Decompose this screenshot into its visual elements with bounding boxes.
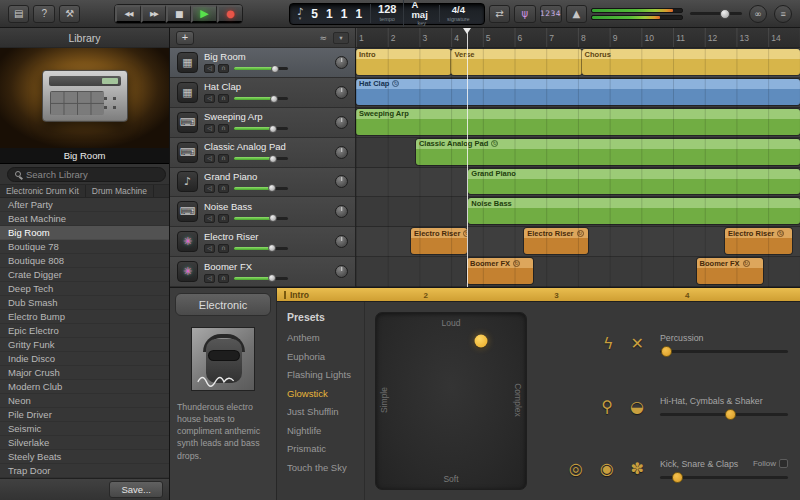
volume-slider[interactable]	[234, 217, 288, 220]
time-signature-display[interactable]: 4/4 signature	[439, 5, 477, 22]
pan-knob[interactable]	[335, 56, 348, 69]
library-item[interactable]: Dub Smash	[0, 296, 169, 310]
solo-button[interactable]: ∩	[218, 124, 229, 133]
region[interactable]: Boomer FX↻	[467, 258, 533, 284]
volume-thumb[interactable]	[269, 214, 277, 222]
volume-slider[interactable]	[234, 277, 288, 280]
preset-item[interactable]: Prismatic	[287, 443, 364, 454]
mute-button[interactable]: ◁	[204, 274, 215, 283]
library-item[interactable]: Boutique 808	[0, 254, 169, 268]
pan-knob[interactable]	[335, 86, 348, 99]
genre-tab[interactable]: Electronic	[175, 293, 271, 316]
breadcrumb-item[interactable]: Drum Machine	[86, 185, 154, 197]
mute-button[interactable]: ◁	[204, 244, 215, 253]
level-slider[interactable]	[660, 413, 788, 416]
solo-button[interactable]: ∩	[218, 94, 229, 103]
follow-checkbox[interactable]	[779, 459, 788, 468]
playhead[interactable]	[467, 28, 468, 287]
preset-item[interactable]: Flashing Lights	[287, 369, 364, 380]
region[interactable]: Boomer FX↻	[697, 258, 763, 284]
playhead-position[interactable]: 5 1 1 1	[311, 7, 362, 21]
solo-button[interactable]: ∩	[218, 184, 229, 193]
media-browser-button[interactable]: ≡	[774, 5, 792, 23]
track-header[interactable]: ▦Big Room◁∩	[170, 48, 355, 78]
cycle-button[interactable]: ⇄	[489, 5, 510, 23]
volume-slider[interactable]	[234, 247, 288, 250]
mute-button[interactable]: ◁	[204, 184, 215, 193]
automation-icon[interactable]: ≈	[319, 33, 327, 43]
track-header[interactable]: ⌨Noise Bass◁∩	[170, 197, 355, 227]
position-beat[interactable]: 1	[326, 7, 333, 21]
preset-item[interactable]: Touch the Sky	[287, 462, 364, 473]
library-item[interactable]: Epic Electro	[0, 324, 169, 338]
pan-knob[interactable]	[335, 116, 348, 129]
preset-item[interactable]: Euphoria	[287, 351, 364, 362]
record-button[interactable]: ●	[217, 5, 242, 23]
mute-button[interactable]: ◁	[204, 94, 215, 103]
preset-item[interactable]: Nightlife	[287, 425, 364, 436]
mute-button[interactable]: ◁	[204, 214, 215, 223]
volume-slider[interactable]	[234, 97, 288, 100]
library-item[interactable]: Silverlake	[0, 436, 169, 450]
breadcrumb-item[interactable]: Electronic Drum Kit	[0, 185, 86, 197]
region[interactable]: Intro	[356, 49, 451, 75]
level-slider[interactable]	[660, 350, 788, 353]
play-button[interactable]: ▶	[191, 5, 216, 23]
tempo-display[interactable]: 128 tempo	[370, 4, 403, 23]
master-volume-thumb[interactable]	[720, 9, 730, 19]
region[interactable]: Noise Bass	[468, 198, 800, 224]
track-header[interactable]: ⌨Classic Analog Pad◁∩	[170, 138, 355, 168]
volume-thumb[interactable]	[268, 244, 276, 252]
library-item[interactable]: Seismic	[0, 422, 169, 436]
library-item[interactable]: Beat Machine	[0, 212, 169, 226]
mute-button[interactable]: ◁	[204, 64, 215, 73]
stop-button[interactable]: ■	[166, 5, 191, 23]
key-display[interactable]: A maj key	[403, 0, 439, 27]
tools-button[interactable]: ⚒	[59, 5, 80, 23]
library-toggle-button[interactable]: ▤	[8, 5, 29, 23]
editor-ruler[interactable]: Intro 234	[277, 288, 800, 302]
region[interactable]: Electro Riser↻	[524, 228, 588, 254]
preset-item[interactable]: Glowstick	[287, 388, 364, 399]
position-div[interactable]: 1	[341, 7, 348, 21]
library-item[interactable]: Indie Disco	[0, 352, 169, 366]
track-header[interactable]: ✳Electro Riser◁∩	[170, 227, 355, 257]
library-item[interactable]: Trap Door	[0, 464, 169, 478]
rewind-button[interactable]: ◀◀	[115, 5, 140, 23]
library-item[interactable]: Steely Beats	[0, 450, 169, 464]
position-bar[interactable]: 5	[311, 7, 318, 21]
volume-thumb[interactable]	[269, 155, 277, 163]
solo-button[interactable]: ∩	[218, 64, 229, 73]
pan-knob[interactable]	[335, 205, 348, 218]
library-item[interactable]: Major Crush	[0, 366, 169, 380]
forward-button[interactable]: ▶▶	[141, 5, 166, 23]
library-item[interactable]: Electro Bump	[0, 310, 169, 324]
volume-thumb[interactable]	[268, 274, 276, 282]
library-item[interactable]: Deep Tech	[0, 282, 169, 296]
xy-pad[interactable]: Loud Soft Simple Complex	[375, 312, 527, 490]
slider-thumb[interactable]	[725, 409, 736, 420]
key-value[interactable]: A maj	[411, 0, 432, 19]
library-item[interactable]: Pile Driver	[0, 408, 169, 422]
slider-thumb[interactable]	[661, 346, 672, 357]
preset-item[interactable]: Just Shufflin	[287, 406, 364, 417]
library-item[interactable]: Boutique 78	[0, 240, 169, 254]
volume-slider[interactable]	[234, 157, 288, 160]
track-header[interactable]: ✳Boomer FX◁∩	[170, 257, 355, 287]
timeline-ruler[interactable]: 1234567891011121314	[356, 28, 800, 48]
search-field[interactable]	[7, 167, 166, 182]
pan-knob[interactable]	[335, 146, 348, 159]
time-signature-value[interactable]: 4/4	[452, 5, 465, 15]
position-tick[interactable]: 1	[355, 7, 362, 21]
lcd-display[interactable]: ♪ ▾ 5 1 1 1 128 tempo A maj key 4/4 sign…	[289, 3, 485, 25]
count-in-button[interactable]: 1234	[540, 5, 562, 23]
pan-knob[interactable]	[335, 265, 348, 278]
region[interactable]: Sweeping Arp	[356, 109, 800, 135]
volume-thumb[interactable]	[269, 125, 277, 133]
pan-knob[interactable]	[335, 175, 348, 188]
region[interactable]: Electro Riser↻	[411, 228, 467, 254]
region[interactable]: Electro Riser↻	[725, 228, 792, 254]
loop-browser-button[interactable]: ∞	[749, 5, 767, 23]
track-header[interactable]: ♪Grand Piano◁∩	[170, 168, 355, 198]
volume-thumb[interactable]	[270, 95, 278, 103]
